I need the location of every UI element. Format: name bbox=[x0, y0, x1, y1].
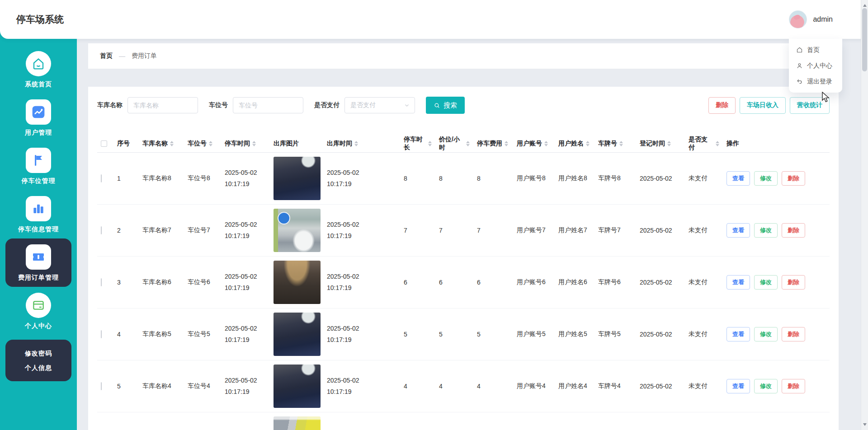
sort-icon[interactable] bbox=[170, 139, 174, 148]
row-checkbox[interactable] bbox=[101, 278, 102, 286]
scrollbar-thumb[interactable] bbox=[862, 8, 867, 71]
sort-icon[interactable] bbox=[252, 139, 256, 148]
column-header-spot[interactable]: 车位号 bbox=[184, 139, 221, 148]
cell-spot: 车位号8 bbox=[184, 174, 221, 182]
sort-icon[interactable] bbox=[667, 139, 671, 148]
cell-actions: 查看修改删除 bbox=[723, 223, 830, 238]
exit-photo[interactable] bbox=[274, 157, 321, 200]
sidebar-item-2[interactable]: 停车位管理 bbox=[5, 142, 71, 190]
row-checkbox[interactable] bbox=[101, 330, 102, 338]
cell-paid: 未支付 bbox=[685, 278, 723, 286]
view-button[interactable]: 查看 bbox=[726, 327, 750, 341]
delete-row-button[interactable]: 删除 bbox=[782, 275, 805, 290]
breadcrumb-home[interactable]: 首页 bbox=[100, 52, 113, 60]
cell-rate: 8 bbox=[435, 175, 473, 182]
column-header-reg_time[interactable]: 登记时间 bbox=[636, 139, 685, 148]
vertical-scrollbar[interactable] bbox=[861, 0, 868, 430]
select-all-checkbox[interactable] bbox=[101, 140, 107, 147]
column-header-park_time[interactable]: 停车时间 bbox=[221, 139, 270, 148]
delete-button[interactable]: 删除 bbox=[708, 97, 736, 114]
sort-icon[interactable] bbox=[466, 139, 470, 148]
delete-row-button[interactable]: 删除 bbox=[782, 223, 805, 238]
dropdown-item-logout[interactable]: 退出登录 bbox=[789, 74, 842, 89]
row-checkbox[interactable] bbox=[101, 174, 102, 182]
sort-icon[interactable] bbox=[619, 139, 623, 148]
spot-filter-input[interactable] bbox=[233, 97, 303, 113]
sidebar-item-4[interactable]: 费用订单管理 bbox=[5, 238, 71, 287]
delete-row-button[interactable]: 删除 bbox=[782, 327, 805, 341]
sort-icon[interactable] bbox=[209, 139, 212, 148]
view-button[interactable]: 查看 bbox=[726, 379, 750, 393]
garage-filter-input[interactable] bbox=[127, 97, 198, 113]
edit-button[interactable]: 修改 bbox=[754, 171, 778, 186]
exit-photo[interactable] bbox=[274, 261, 321, 304]
view-button[interactable]: 查看 bbox=[726, 223, 750, 238]
delete-row-button[interactable]: 删除 bbox=[782, 379, 805, 393]
cell-actions: 查看修改删除 bbox=[723, 327, 830, 341]
sidebar-item-1[interactable]: 用户管理 bbox=[5, 93, 71, 142]
dropdown-item-profile[interactable]: 个人中心 bbox=[789, 58, 842, 74]
edit-button[interactable]: 修改 bbox=[754, 275, 778, 290]
cell-name: 用户姓名5 bbox=[555, 330, 594, 338]
sidebar-item-5[interactable]: 个人中心 bbox=[5, 287, 71, 335]
mouse-cursor bbox=[821, 92, 831, 103]
username: admin bbox=[813, 15, 833, 23]
cell-fee: 5 bbox=[473, 331, 513, 338]
sort-icon[interactable] bbox=[428, 139, 432, 148]
edit-button[interactable]: 修改 bbox=[754, 223, 778, 238]
cell-spot: 车位号4 bbox=[184, 382, 221, 390]
row-checkbox[interactable] bbox=[101, 382, 102, 390]
exit-photo[interactable] bbox=[274, 365, 321, 408]
cell-image bbox=[270, 157, 323, 200]
cell-plate: 车牌号7 bbox=[594, 226, 636, 234]
search-button[interactable]: 搜索 bbox=[426, 97, 465, 114]
column-header-paid[interactable]: 是否支付 bbox=[685, 136, 723, 152]
exit-photo[interactable] bbox=[274, 313, 321, 356]
avatar[interactable] bbox=[789, 10, 807, 28]
content-panel: 车库名称 车位号 是否支付 是否支付 搜索 删除 车场日收入 bbox=[88, 87, 839, 430]
column-header-name[interactable]: 用户姓名 bbox=[555, 139, 594, 148]
table-row-2: 2车库名称7车位号72025-05-0210:17:192025-05-0210… bbox=[97, 205, 830, 257]
sidebar-item-0[interactable]: 系统首页 bbox=[5, 45, 71, 93]
sort-icon[interactable] bbox=[505, 139, 508, 148]
cell-actions: 查看修改删除 bbox=[723, 171, 830, 186]
column-header-account[interactable]: 用户账号 bbox=[513, 139, 555, 148]
filter-spot: 车位号 bbox=[209, 97, 303, 113]
column-header-garage[interactable]: 车库名称 bbox=[139, 139, 184, 148]
delete-row-button[interactable]: 删除 bbox=[782, 171, 805, 186]
sort-icon[interactable] bbox=[544, 139, 548, 148]
view-button[interactable]: 查看 bbox=[726, 171, 750, 186]
sidebar-item-label: 用户管理 bbox=[5, 129, 71, 137]
scrollbar-up-arrow[interactable] bbox=[863, 2, 867, 7]
sort-icon[interactable] bbox=[586, 139, 590, 148]
submenu-item-0[interactable]: 修改密码 bbox=[5, 346, 71, 360]
exit-photo[interactable] bbox=[274, 416, 321, 430]
sidebar-item-3[interactable]: 停车信息管理 bbox=[5, 190, 71, 238]
daily-income-button[interactable]: 车场日收入 bbox=[740, 97, 786, 114]
edit-button[interactable]: 修改 bbox=[754, 327, 778, 341]
column-header-image: 出库图片 bbox=[270, 140, 323, 148]
sort-icon[interactable] bbox=[716, 139, 719, 148]
sidebar-item-label: 个人中心 bbox=[5, 322, 71, 330]
trend-icon bbox=[26, 99, 51, 125]
row-checkbox[interactable] bbox=[101, 226, 102, 234]
cell-fee: 6 bbox=[473, 279, 513, 286]
view-button[interactable]: 查看 bbox=[726, 275, 750, 290]
cell-index: 2 bbox=[113, 227, 139, 234]
column-header-duration[interactable]: 停车时长 bbox=[400, 136, 435, 152]
scrollbar-down-arrow[interactable] bbox=[863, 423, 867, 428]
user-menu-trigger[interactable]: admin bbox=[789, 0, 833, 39]
submenu-item-1[interactable]: 个人信息 bbox=[5, 360, 71, 375]
dropdown-item-home[interactable]: 首页 bbox=[789, 42, 842, 58]
column-header-plate[interactable]: 车牌号 bbox=[594, 139, 636, 148]
edit-button[interactable]: 修改 bbox=[754, 379, 778, 393]
column-header-rate[interactable]: 价位/小时 bbox=[435, 136, 473, 152]
cell-rate: 6 bbox=[435, 279, 473, 286]
cell-rate: 4 bbox=[435, 383, 473, 390]
paid-select[interactable]: 是否支付 bbox=[344, 97, 415, 113]
cell-checkbox bbox=[97, 279, 113, 286]
sort-icon[interactable] bbox=[354, 139, 358, 148]
column-header-fee[interactable]: 停车费用 bbox=[473, 139, 513, 148]
column-header-out_time[interactable]: 出库时间 bbox=[323, 139, 400, 148]
exit-photo[interactable] bbox=[274, 209, 321, 252]
